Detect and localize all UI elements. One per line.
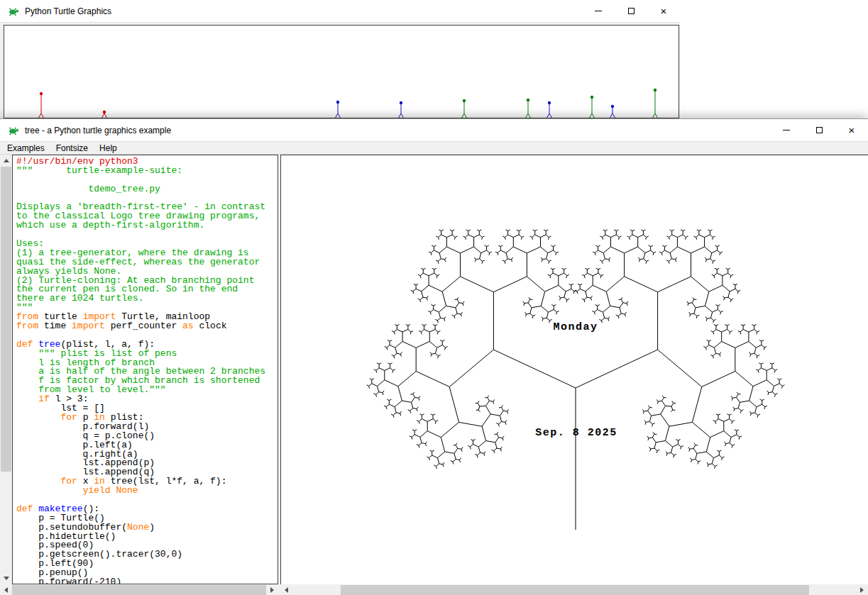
background-window-title: Python Turtle Graphics — [25, 6, 111, 16]
background-window: Python Turtle Graphics × — [0, 0, 680, 118]
background-window-controls: × — [582, 0, 680, 22]
canvas-text: Sep. 8 2025 — [535, 427, 617, 439]
code-horizontal-scrollbar[interactable] — [0, 584, 278, 595]
scroll-down-button[interactable] — [0, 572, 12, 584]
screen: { "background_window": { "title": "Pytho… — [0, 0, 868, 595]
scroll-right-button[interactable] — [266, 584, 278, 595]
menu-examples[interactable]: Examples — [0, 142, 50, 154]
arrow-right-icon — [860, 587, 864, 593]
minimize-button[interactable] — [582, 0, 615, 22]
source-code: #!/usr/bin/env python3""" turtle-example… — [13, 155, 278, 584]
fractal-tree-drawing — [281, 155, 868, 584]
menu-fontsize[interactable]: Fontsize — [50, 142, 94, 154]
maximize-icon — [628, 8, 634, 14]
code-line — [16, 230, 278, 240]
turtle-icon[interactable] — [8, 125, 19, 136]
close-button[interactable]: × — [835, 119, 868, 141]
code-line: there are 1024 turtles. — [16, 294, 278, 304]
code-line: which use a depth-first-algorithm. — [16, 221, 278, 230]
background-titlebar: Python Turtle Graphics × — [0, 0, 680, 23]
code-line: from time import perf_counter as clock — [16, 322, 278, 331]
menu-help[interactable]: Help — [94, 142, 123, 154]
scroll-left-button[interactable] — [0, 584, 12, 595]
scrollbar-thumb[interactable] — [12, 585, 266, 595]
maximize-button[interactable] — [615, 0, 647, 22]
scroll-left-button[interactable] — [280, 584, 292, 595]
code-line: p.forward(-210) — [16, 578, 278, 584]
turtle-icon[interactable] — [8, 6, 19, 17]
close-icon: × — [661, 6, 667, 16]
app-window-title: tree - a Python turtle graphics example — [25, 126, 171, 135]
arrow-down-icon — [4, 577, 9, 580]
minimize-icon — [783, 130, 790, 130]
code-line: tdemo_tree.py — [16, 185, 278, 194]
graphics-canvas: MondaySep. 8 2025 — [280, 155, 868, 584]
minimize-button[interactable] — [770, 119, 803, 141]
code-line: """ turtle-example-suite: — [16, 167, 278, 176]
scrollbar-thumb[interactable] — [1, 167, 11, 472]
close-button[interactable]: × — [647, 0, 680, 22]
scroll-right-button[interactable] — [856, 584, 868, 595]
minimize-icon — [595, 11, 602, 11]
app-window-controls: × — [770, 119, 868, 141]
close-icon: × — [849, 125, 855, 135]
maximize-button[interactable] — [803, 119, 835, 141]
scrollbar-thumb[interactable] — [341, 585, 809, 595]
code-vertical-scrollbar[interactable] — [0, 155, 12, 584]
arrow-left-icon — [285, 587, 288, 593]
background-turtle-canvas — [4, 25, 679, 118]
canvas-horizontal-scrollbar[interactable] — [280, 584, 868, 595]
arrow-right-icon — [270, 587, 274, 593]
arrow-left-icon — [4, 587, 8, 593]
code-view[interactable]: #!/usr/bin/env python3""" turtle-example… — [12, 155, 278, 584]
turtle-figures-drawing — [4, 26, 679, 118]
app-window: tree - a Python turtle graphics example … — [0, 118, 868, 595]
scroll-up-button[interactable] — [0, 155, 12, 167]
canvas-text: Monday — [553, 321, 598, 333]
code-line: yield None — [16, 486, 278, 496]
arrow-up-icon — [4, 159, 9, 162]
app-titlebar: tree - a Python turtle graphics example … — [0, 119, 868, 142]
maximize-icon — [816, 127, 823, 133]
menubar: ExamplesFontsizeHelp — [0, 142, 868, 155]
